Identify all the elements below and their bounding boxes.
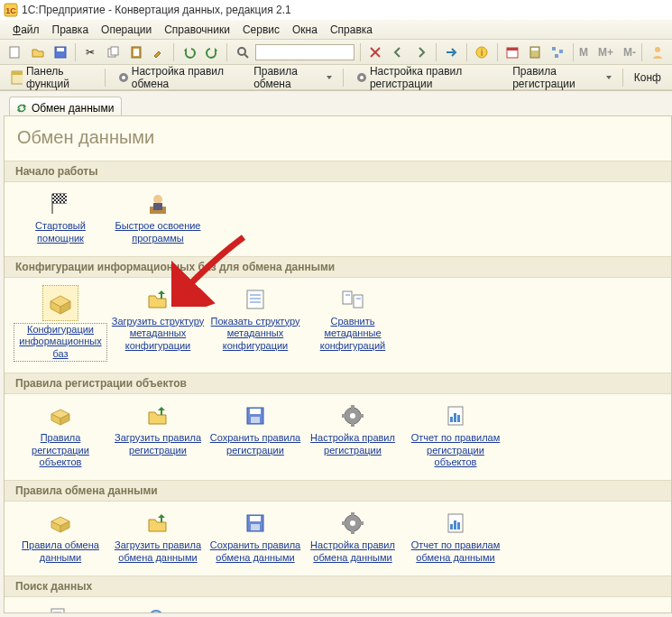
gear-icon <box>354 70 366 85</box>
svg-point-27 <box>122 76 125 79</box>
user-icon[interactable] <box>648 42 667 62</box>
nav-back-icon[interactable] <box>389 42 408 62</box>
exch-report-item[interactable]: Отчет по правилам обмена данными <box>401 509 510 565</box>
reg-settings-item[interactable]: Настройка правил регистрации <box>304 401 401 469</box>
conf-button[interactable]: Конф <box>629 68 667 87</box>
titlebar: 1С 1С:Предприятие - Конвертация данных, … <box>0 0 672 20</box>
reg-rules-button[interactable]: Правила регистрации <box>507 68 617 87</box>
quick-learn-item[interactable]: Быстрое освоение программы <box>109 189 207 245</box>
show-struct-item[interactable]: Показать структуру метаданных конфигурац… <box>207 285 304 362</box>
load-struct-item[interactable]: Загрузить структуру метаданных конфигура… <box>109 285 207 362</box>
undo-icon[interactable] <box>180 42 198 62</box>
help-icon[interactable]: i <box>473 42 492 62</box>
section-search-body: Полнотекстовый поиск Поиск объектов <box>5 597 671 614</box>
svg-rect-52 <box>351 422 354 427</box>
menu-edit[interactable]: Правка <box>47 22 95 38</box>
reg-load-item[interactable]: Загрузить правила регистрации <box>109 401 207 469</box>
compare-icon <box>338 285 367 314</box>
exch-load-item[interactable]: Загрузить правила обмена данными <box>109 509 207 565</box>
nav-fwd-icon[interactable] <box>411 42 430 62</box>
reg-rules-item[interactable]: Правила регистрации объектов <box>12 401 109 469</box>
window-title: 1С:Предприятие - Конвертация данных, ред… <box>22 4 291 16</box>
paste-icon[interactable] <box>126 42 145 62</box>
section-reg-head: Правила регистрации объектов <box>5 373 671 394</box>
box-icon <box>46 509 75 538</box>
calc-icon[interactable] <box>526 42 545 62</box>
brush-icon[interactable] <box>149 42 168 62</box>
reg-report-item[interactable]: Отчет по правилам регистрации объектов <box>401 401 510 469</box>
svg-text:1С: 1С <box>5 6 16 15</box>
svg-rect-66 <box>342 521 346 525</box>
search-input[interactable] <box>255 44 354 60</box>
go-icon[interactable] <box>442 42 461 62</box>
exchange-rules-settings-button[interactable]: Настройка правил обмена <box>111 68 244 87</box>
func-panel-button[interactable]: Панель функций <box>5 68 99 87</box>
svg-point-36 <box>153 195 162 204</box>
svg-rect-65 <box>351 530 354 534</box>
svg-rect-58 <box>457 415 460 422</box>
start-wizard-item[interactable]: Стартовый помощник <box>12 189 109 245</box>
svg-rect-61 <box>251 524 260 530</box>
svg-rect-38 <box>247 290 263 308</box>
menu-help[interactable]: Справка <box>325 22 378 38</box>
svg-rect-56 <box>450 417 453 422</box>
diskette-icon <box>241 401 270 430</box>
svg-point-29 <box>360 76 364 79</box>
menu-file[interactable]: Файл <box>7 22 45 38</box>
find-objects-item[interactable]: Поиск объектов <box>109 604 207 614</box>
folder-up-icon <box>143 401 172 430</box>
menu-serv[interactable]: Сервис <box>237 22 285 38</box>
reg-save-item[interactable]: Сохранить правила регистрации <box>207 401 304 469</box>
save-icon[interactable] <box>51 42 69 62</box>
fulltext-search-item[interactable]: Полнотекстовый поиск <box>12 604 109 614</box>
tabstrip: Обмен данными <box>4 95 668 116</box>
exch-save-item[interactable]: Сохранить правила обмена данными <box>207 509 304 565</box>
open-icon[interactable] <box>28 42 47 62</box>
memory-m[interactable]: M <box>579 46 588 59</box>
memory-mplus[interactable]: M+ <box>598 46 613 59</box>
menu-ref[interactable]: Справочники <box>159 22 235 38</box>
close-icon[interactable] <box>366 42 385 62</box>
memory-mminus[interactable]: M- <box>623 46 636 59</box>
exch-rules-item[interactable]: Правила обмена данными <box>12 509 109 565</box>
list-icon <box>241 285 270 314</box>
exch-settings-item[interactable]: Настройка правил обмена данными <box>304 509 401 565</box>
folder-up-icon <box>143 509 172 538</box>
svg-point-63 <box>350 520 355 526</box>
new-icon[interactable] <box>5 42 24 62</box>
svg-rect-42 <box>343 291 352 304</box>
compare-item[interactable]: Сравнить метаданные конфигураций <box>304 285 401 362</box>
svg-point-77 <box>150 611 162 614</box>
report-icon <box>441 401 470 430</box>
svg-rect-4 <box>57 48 64 51</box>
infobases-item[interactable]: Конфигурации информационных баз <box>12 285 109 362</box>
svg-rect-71 <box>457 522 460 530</box>
flag-icon <box>46 189 75 218</box>
cut-icon[interactable]: ✂ <box>81 42 100 62</box>
redo-icon[interactable] <box>202 42 221 62</box>
diskette-icon <box>241 509 270 538</box>
tree-icon[interactable] <box>548 42 567 62</box>
svg-rect-37 <box>153 203 162 210</box>
svg-rect-67 <box>359 521 364 525</box>
reg-rules-settings-button[interactable]: Настройка правил регистрации <box>349 68 503 87</box>
folder-up-icon <box>143 285 172 314</box>
svg-text:✂: ✂ <box>86 46 95 59</box>
svg-rect-47 <box>250 409 261 414</box>
tab-exchange[interactable]: Обмен данными <box>9 97 122 116</box>
report-icon <box>441 509 470 538</box>
person-icon <box>143 189 172 218</box>
page-title: Обмен данными <box>17 127 658 148</box>
section-search-head: Поиск данных <box>5 576 671 597</box>
menu-win[interactable]: Окна <box>287 22 323 38</box>
svg-rect-9 <box>133 49 139 56</box>
copy-icon[interactable] <box>104 42 123 62</box>
calendar-icon[interactable] <box>503 42 522 62</box>
svg-text:i: i <box>481 48 483 58</box>
exchange-rules-button[interactable]: Правила обмена <box>248 68 337 87</box>
find-icon[interactable] <box>233 42 252 62</box>
svg-rect-57 <box>454 413 456 422</box>
section-conf-head: Конфигурации информационных баз для обме… <box>5 256 671 278</box>
toolbar-main: ✂ i M M+ M- <box>0 40 672 65</box>
menu-ops[interactable]: Операции <box>96 22 157 38</box>
